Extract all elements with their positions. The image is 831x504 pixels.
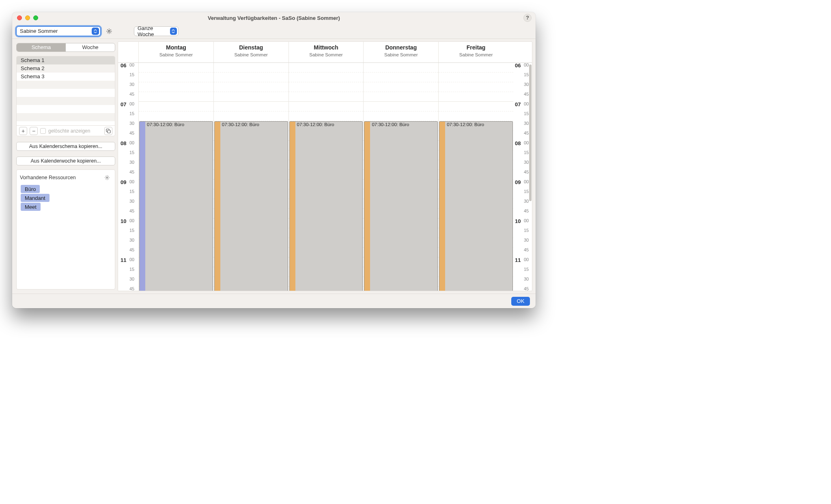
- hour-label: 10: [121, 218, 126, 224]
- chevron-updown-icon: [170, 28, 177, 35]
- minute-label: 45: [524, 247, 529, 252]
- day-column[interactable]: 07:30-12:00: Büro: [363, 63, 438, 291]
- minute-label: 00: [524, 179, 529, 184]
- resources-panel: Vorhandene Ressourcen Büro Mandant Meet: [16, 169, 115, 290]
- day-name: Freitag: [439, 44, 513, 51]
- day-name: Mittwoch: [289, 44, 364, 51]
- schema-list[interactable]: Schema 1 Schema 2 Schema 3: [17, 56, 115, 125]
- minute-label: 15: [129, 72, 134, 77]
- event-color-bar: [215, 122, 220, 291]
- day-name: Montag: [139, 44, 213, 51]
- copy-from-week-button[interactable]: Aus Kalenderwoche kopieren...: [16, 157, 115, 165]
- hour-label: 08: [121, 140, 126, 146]
- day-column[interactable]: 07:30-12:00: Büro: [288, 63, 364, 291]
- remove-schema-button[interactable]: −: [30, 127, 38, 135]
- footer: OK: [12, 294, 536, 308]
- window: Verwaltung Verfügbarkeiten - SaSo (Sabin…: [12, 12, 536, 308]
- person-settings-button[interactable]: [105, 27, 114, 36]
- minute-label: 45: [129, 208, 134, 213]
- day-column[interactable]: 07:30-12:00: Büro: [438, 63, 513, 291]
- range-select[interactable]: Ganze Woche: [134, 26, 179, 36]
- calendar-event[interactable]: 07:30-12:00: Büro: [289, 121, 363, 291]
- day-column[interactable]: 07:30-12:00: Büro: [138, 63, 213, 291]
- calendar-event[interactable]: 07:30-12:00: Büro: [139, 121, 213, 291]
- calendar-event[interactable]: 07:30-12:00: Büro: [214, 121, 288, 291]
- svg-line-8: [107, 32, 108, 33]
- zoom-window-button[interactable]: [33, 15, 38, 20]
- window-controls: [12, 15, 38, 20]
- day-column[interactable]: 07:30-12:00: Büro: [213, 63, 288, 291]
- minute-label: 30: [129, 238, 134, 242]
- day-header: Donnerstag Sabine Sommer: [363, 42, 438, 62]
- person-select[interactable]: Sabine Sommer: [16, 26, 101, 36]
- minute-label: 30: [129, 277, 134, 281]
- svg-rect-10: [108, 130, 110, 133]
- event-label: 07:30-12:00: Büro: [447, 122, 511, 127]
- svg-line-18: [108, 176, 109, 176]
- calendar-event[interactable]: 07:30-12:00: Büro: [439, 121, 513, 291]
- svg-line-17: [108, 179, 109, 179]
- minute-label: 15: [129, 150, 134, 155]
- tab-schema[interactable]: Schema: [17, 43, 66, 51]
- calendar-event[interactable]: 07:30-12:00: Büro: [364, 121, 438, 291]
- hour-label: 10: [515, 218, 521, 224]
- event-color-bar: [290, 122, 295, 291]
- resources-header-row: Vorhandene Ressourcen: [17, 172, 115, 184]
- day-subname: Sabine Sommer: [289, 52, 364, 57]
- calendar-scrollbar[interactable]: [529, 63, 532, 291]
- resource-chip[interactable]: Meet: [21, 203, 41, 211]
- show-deleted-checkbox[interactable]: [40, 128, 46, 134]
- day-subname: Sabine Sommer: [139, 52, 213, 57]
- day-columns: 07:30-12:00: Büro07:30-12:00: Büro07:30-…: [138, 63, 513, 291]
- close-window-button[interactable]: [17, 15, 22, 20]
- minute-label: 45: [129, 247, 134, 252]
- resources-settings-button[interactable]: [103, 173, 112, 182]
- minute-label: 45: [129, 92, 134, 97]
- copy-from-schema-button[interactable]: Aus Kalenderschema kopieren...: [16, 142, 115, 151]
- day-header: Dienstag Sabine Sommer: [213, 42, 288, 62]
- time-axis-header-right: [513, 42, 532, 62]
- minute-label: 00: [524, 218, 529, 223]
- minute-label: 00: [524, 63, 529, 67]
- calendar-header: Montag Sabine Sommer Dienstag Sabine Som…: [118, 42, 532, 63]
- minute-label: 00: [524, 101, 529, 106]
- person-select-value: Sabine Sommer: [20, 28, 58, 34]
- minute-label: 15: [524, 189, 529, 194]
- event-color-bar: [140, 122, 145, 291]
- minute-label: 15: [524, 150, 529, 155]
- minute-label: 30: [524, 160, 529, 165]
- svg-line-6: [110, 32, 111, 33]
- svg-line-16: [105, 176, 106, 176]
- resource-chip[interactable]: Mandant: [21, 194, 50, 202]
- schema-row-empty: [17, 97, 115, 105]
- resource-chip[interactable]: Büro: [21, 185, 40, 193]
- minute-label: 15: [129, 228, 134, 233]
- schema-action-button[interactable]: [104, 127, 112, 135]
- minute-label: 15: [129, 189, 134, 194]
- scrollbar-thumb[interactable]: [529, 64, 532, 201]
- tab-woche[interactable]: Woche: [66, 43, 115, 51]
- schema-row-empty: [17, 113, 115, 121]
- minimize-window-button[interactable]: [25, 15, 30, 20]
- day-subname: Sabine Sommer: [364, 52, 438, 57]
- schema-row[interactable]: Schema 3: [17, 73, 115, 81]
- schema-row[interactable]: Schema 2: [17, 64, 115, 73]
- event-label: 07:30-12:00: Büro: [222, 122, 286, 127]
- schema-panel: Schema 1 Schema 2 Schema 3 + − gelöschte…: [16, 56, 115, 136]
- time-axis-header: [118, 42, 138, 62]
- ok-button[interactable]: OK: [511, 297, 530, 306]
- minute-label: 45: [524, 208, 529, 213]
- day-header: Montag Sabine Sommer: [138, 42, 213, 62]
- add-schema-button[interactable]: +: [19, 127, 27, 135]
- event-label: 07:30-12:00: Büro: [147, 122, 211, 127]
- event-label: 07:30-12:00: Büro: [372, 122, 436, 127]
- minute-label: 30: [129, 160, 134, 165]
- minute-label: 45: [524, 92, 529, 97]
- calendar-body[interactable]: 0600153045070015304508001530450900153045…: [118, 63, 532, 291]
- help-button[interactable]: ?: [523, 14, 532, 22]
- schema-row[interactable]: Schema 1: [17, 56, 115, 64]
- day-name: Dienstag: [214, 44, 288, 51]
- svg-line-5: [107, 29, 108, 30]
- minute-label: 15: [524, 267, 529, 272]
- minute-label: 00: [129, 257, 134, 262]
